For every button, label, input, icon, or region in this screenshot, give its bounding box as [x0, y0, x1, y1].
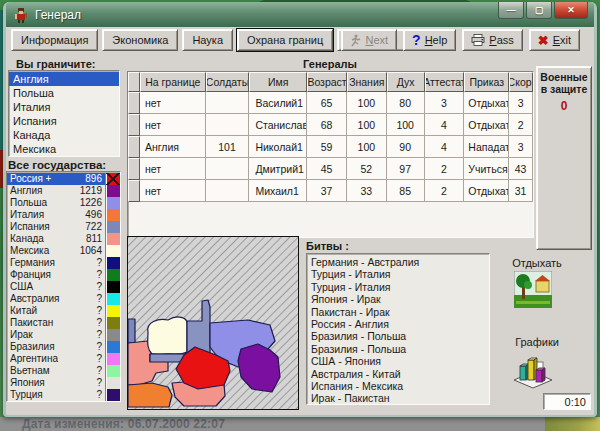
state-strength: 1226	[74, 197, 102, 209]
row-indicator[interactable]	[128, 136, 140, 158]
general-row[interactable]: нет Станислав1 68 100 100 4 Отдыхать 2	[128, 114, 533, 136]
battle-item[interactable]: Австралия - Китай	[311, 368, 489, 380]
next-label: Next	[365, 34, 388, 46]
borders-list-item[interactable]: Италия	[9, 100, 119, 114]
battle-item[interactable]: Испания - Мексика	[311, 380, 489, 392]
state-row[interactable]: Турция ?	[7, 389, 120, 401]
state-row[interactable]: Вьетнам ?	[7, 365, 120, 377]
column-header[interactable]: Знания	[347, 72, 387, 92]
tab-label: Охрана границ	[247, 34, 323, 46]
general-row[interactable]: Англия 101 Николай1 59 100 90 4 Нападать…	[128, 136, 533, 158]
state-row[interactable]: США ?	[7, 281, 120, 293]
state-color-swatch	[105, 293, 120, 305]
territory-map[interactable]	[127, 236, 299, 410]
battle-item[interactable]: Пакистан - Ирак	[311, 306, 489, 318]
cell-border: нет	[140, 180, 206, 202]
state-row[interactable]: Испания 722	[7, 221, 120, 233]
next-button[interactable]: Next	[341, 29, 397, 51]
state-row[interactable]: Австралия ?	[7, 293, 120, 305]
pass-button[interactable]: Pass	[462, 29, 522, 51]
borders-list-item[interactable]: Канада	[9, 128, 119, 142]
maximize-button[interactable]: ▢	[526, 2, 552, 19]
state-row[interactable]: Пакистан ?	[7, 317, 120, 329]
state-row[interactable]: Китай ?	[7, 305, 120, 317]
state-row[interactable]: Аргентина ?	[7, 353, 120, 365]
battle-item[interactable]: Турция - Италия	[311, 281, 489, 293]
state-row[interactable]: Италия 496	[7, 209, 120, 221]
state-main: Россия + 896	[7, 173, 105, 185]
exit-button[interactable]: ✖ Exit	[529, 29, 580, 51]
borders-list-item[interactable]: Англия	[9, 72, 119, 86]
state-row[interactable]: Польша 1226	[7, 197, 120, 209]
state-row[interactable]: Канада 811	[7, 233, 120, 245]
state-color-swatch	[105, 233, 120, 245]
row-indicator[interactable]	[128, 180, 140, 202]
cell-speed: 3	[509, 136, 533, 158]
state-color-swatch	[105, 377, 120, 389]
state-row[interactable]: Япония ?	[7, 377, 120, 389]
row-indicator[interactable]	[128, 158, 140, 180]
state-row[interactable]: Бразилия ?	[7, 341, 120, 353]
generals-table[interactable]: На границеСолдатыИмяВозрастЗнанияДухАтте…	[127, 71, 534, 238]
battle-item[interactable]: Ирак - Пакистан	[311, 392, 489, 404]
state-strength: ?	[74, 293, 102, 305]
cell-name: Михаил1	[249, 180, 307, 202]
general-row[interactable]: нет Михаил1 37 33 85 2 Отдыхать 31	[128, 180, 533, 202]
state-row[interactable]: Англия 1219	[7, 185, 120, 197]
column-header[interactable]: Имя	[249, 72, 307, 92]
tab-button[interactable]: Экономика	[102, 29, 178, 51]
battle-item[interactable]: Турция - Италия	[311, 268, 489, 280]
state-row[interactable]: Франция ?	[7, 269, 120, 281]
tab-button[interactable]: Охрана границ	[237, 29, 333, 51]
help-button[interactable]: ? Help	[403, 29, 456, 51]
state-name: Англия	[10, 185, 74, 197]
column-header[interactable]: Возраст	[307, 72, 347, 92]
tab-button[interactable]: Информация	[11, 29, 98, 51]
state-row[interactable]: Германия ?	[7, 257, 120, 269]
title-bar[interactable]: Генерал — ▢ ✕	[6, 2, 594, 27]
cell-knowledge: 33	[347, 180, 387, 202]
battle-item[interactable]: Япония - Ирак	[311, 293, 489, 305]
column-header[interactable]: Аттестат	[425, 72, 465, 92]
battle-item[interactable]: Германия - Австралия	[311, 256, 489, 268]
borders-list-item[interactable]: Испания	[9, 114, 119, 128]
state-row[interactable]: Мексика 1064	[7, 245, 120, 257]
printer-icon	[471, 34, 485, 46]
cell-spirit: 80	[387, 92, 425, 114]
row-indicator[interactable]	[128, 114, 140, 136]
rest-scene-icon	[514, 271, 552, 308]
cell-grade: 4	[425, 136, 465, 158]
borders-list-item[interactable]: Польша	[9, 86, 119, 100]
battle-item[interactable]: Бразилия - Польша	[311, 330, 489, 342]
column-header[interactable]: Скор.	[509, 72, 533, 92]
tab-button[interactable]: Наука	[182, 29, 233, 51]
column-header[interactable]: Солдаты	[206, 72, 250, 92]
charts-icon-button[interactable]	[512, 350, 554, 392]
minimize-button[interactable]: —	[498, 2, 524, 19]
runner-icon	[350, 34, 361, 47]
state-row[interactable]: Ирак ?	[7, 329, 120, 341]
state-strength: 811	[74, 233, 102, 245]
state-strength: 722	[74, 221, 102, 233]
column-header[interactable]: Дух	[387, 72, 425, 92]
row-indicator[interactable]	[128, 92, 140, 114]
state-strength: ?	[74, 377, 102, 389]
state-main: Италия 496	[7, 209, 105, 221]
general-row[interactable]: нет Василий1 65 100 80 3 Отдыхать 3	[128, 92, 533, 114]
column-header[interactable]: На границе	[140, 72, 206, 92]
battle-item[interactable]: США - Япония	[311, 355, 489, 367]
state-row[interactable]: Россия + 896	[7, 173, 120, 185]
states-listbox[interactable]: Россия + 896 Англия 1219 Польша	[6, 171, 121, 402]
state-color-swatch	[105, 185, 120, 197]
close-button[interactable]: ✕	[554, 2, 588, 19]
borders-listbox[interactable]: Англия Польша Италия Испания Канада Мекс…	[8, 70, 120, 157]
column-header[interactable]: Приказ	[464, 72, 509, 92]
rest-picture-button[interactable]	[514, 271, 552, 308]
borders-list-item[interactable]: Мексика	[9, 142, 119, 156]
cell-knowledge: 100	[347, 92, 387, 114]
battles-listbox[interactable]: Германия - Австралия Турция - Италия Тур…	[306, 253, 490, 405]
general-row[interactable]: нет Дмитрий1 45 52 97 2 Учиться 43	[128, 158, 533, 180]
battle-item[interactable]: Бразилия - Польша	[311, 343, 489, 355]
battle-item[interactable]: Россия - Англия	[311, 318, 489, 330]
cell-name: Василий1	[249, 92, 307, 114]
